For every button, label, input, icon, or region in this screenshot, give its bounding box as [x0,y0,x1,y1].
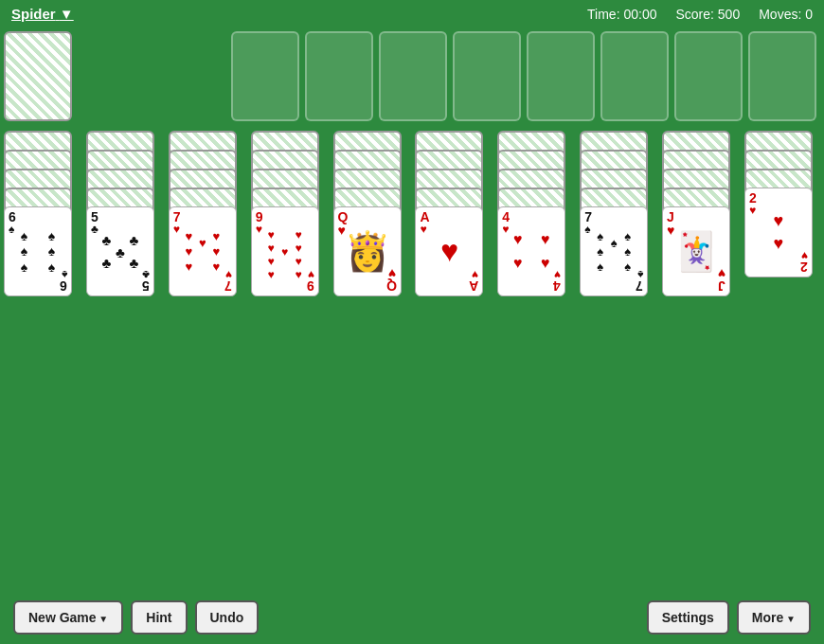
game-title[interactable]: Spider ▼ [11,6,74,22]
face-up-card[interactable]: 5 ♣ ♣♣♣♣♣ 5 ♣ [86,206,154,296]
footer: New Game Hint Undo Settings More [0,591,824,644]
foundation-slot-2 [305,31,373,121]
foundation-slot-3 [379,31,447,121]
face-up-card[interactable]: 2 ♥ ♥♥ 2 ♥ [744,188,813,277]
column-1: 5 ♣ ♣♣♣♣♣ 5 ♣ [86,131,162,296]
right-buttons: Settings More [647,600,811,635]
time-value: 00:00 [623,7,656,22]
undo-button[interactable]: Undo [195,600,260,635]
settings-button[interactable]: Settings [647,600,729,635]
column-2: 7 ♥ ♥♥♥♥♥♥♥ 7 ♥ [169,131,244,296]
face-up-card[interactable]: Q ♥ 👸 Q ♥ [333,206,402,296]
left-buttons: New Game Hint Undo [13,600,259,635]
column-9: 2 ♥ ♥♥ 2 ♥ [744,131,820,296]
face-up-card[interactable]: 6 ♠ ♠♠♠♠♠♠ 6 ♠ [4,206,72,296]
face-up-card[interactable]: A ♥ ♥ A ♥ [415,206,483,296]
title-text: Spider [11,6,56,22]
foundation-slot-7 [674,31,743,121]
foundations-row [231,31,816,121]
hint-button[interactable]: Hint [131,600,187,635]
column-4: Q ♥ 👸 Q ♥ [333,131,409,296]
face-up-card[interactable]: 7 ♥ ♥♥♥♥♥♥♥ 7 ♥ [169,206,237,296]
top-row [0,27,824,129]
column-8: J ♥ 🃏 J ♥ [662,131,738,296]
column-5: A ♥ ♥ A ♥ [415,131,491,296]
moves-display: Moves: 0 [759,7,813,22]
column-0: 6 ♠ ♠♠♠♠♠♠ 6 ♠ [4,131,80,296]
face-up-card[interactable]: 7 ♠ ♠♠♠♠♠♠♠ 7 ♠ [580,206,648,296]
column-7: 7 ♠ ♠♠♠♠♠♠♠ 7 ♠ [580,131,655,296]
foundation-slot-6 [600,31,669,121]
column-6: 4 ♥ ♥♥♥♥ 4 ♥ [497,131,573,296]
face-up-card[interactable]: 4 ♥ ♥♥♥♥ 4 ♥ [497,206,565,296]
score-display: Score: 500 [675,7,740,22]
foundation-slot-8 [748,31,816,121]
columns-area: 6 ♠ ♠♠♠♠♠♠ 6 ♠ 5 ♣ ♣♣♣♣♣ 5 ♣ 7 [0,131,824,296]
foundation-slot-5 [527,31,595,121]
score-value: 500 [718,7,740,22]
time-display: Time: 00:00 [587,7,656,22]
header: Spider ▼ Time: 00:00 Score: 500 Moves: 0 [0,0,824,27]
title-arrow-icon: ▼ [60,6,74,22]
stock-pile[interactable] [4,31,72,121]
stock-area [4,31,72,121]
face-up-card[interactable]: 9 ♥ ♥♥♥♥♥♥♥♥♥ 9 ♥ [251,206,319,296]
face-up-card[interactable]: J ♥ 🃏 J ♥ [662,206,730,296]
foundation-slot-4 [453,31,521,121]
more-button[interactable]: More [737,600,811,635]
moves-value: 0 [805,7,813,22]
stats-area: Time: 00:00 Score: 500 Moves: 0 [587,7,813,22]
column-3: 9 ♥ ♥♥♥♥♥♥♥♥♥ 9 ♥ [251,131,327,296]
new-game-button[interactable]: New Game [13,600,123,635]
foundation-slot-1 [231,31,299,121]
